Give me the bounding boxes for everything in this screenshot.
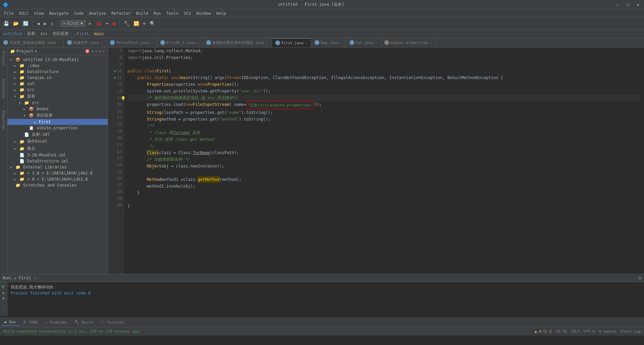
menu-item-tools[interactable]: Tools: [164, 10, 181, 16]
run-gutter-10[interactable]: ▶: [114, 68, 116, 74]
code-editor[interactable]: 789▶10▶111213141516171819202122232425262…: [108, 48, 644, 274]
tree-item-18[interactable]: ▶📁< 1.8 > E:\DATA\JAVA\jdk1.8: [7, 170, 108, 176]
menu-item-analyze[interactable]: Analyze: [86, 10, 109, 16]
tree-item-17[interactable]: ▼📁External Libraries: [7, 164, 108, 170]
close-button[interactable]: ✕: [635, 1, 641, 8]
bottom-tab-3[interactable]: 🔨 Build: [71, 319, 96, 326]
status-encoding[interactable]: UTF-8: [584, 329, 595, 334]
maximize-button[interactable]: ❐: [624, 1, 631, 8]
editor-tab-2[interactable]: ThreadTest.java×: [107, 38, 157, 47]
event-log[interactable]: Event Log: [621, 329, 641, 334]
toolbar-save[interactable]: 💾: [2, 20, 10, 27]
project-panel-icon[interactable]: Project: [1, 49, 6, 68]
menu-item-code[interactable]: Code: [71, 10, 87, 16]
build-button[interactable]: 🔨: [122, 20, 131, 27]
bottom-tab-0[interactable]: ▶ Run: [1, 319, 19, 326]
tree-item-8[interactable]: ▶📦beans: [7, 106, 108, 112]
tree-item-5[interactable]: ▶📁src: [7, 87, 108, 93]
status-line-ending[interactable]: CRLF: [571, 329, 580, 334]
sidebar-close[interactable]: ✕: [103, 49, 105, 54]
coverage-button[interactable]: ☂: [104, 20, 110, 27]
run-settings-icon[interactable]: ⚙: [639, 275, 641, 281]
run-rerun-btn[interactable]: ▶: [2, 283, 5, 289]
menu-item-run[interactable]: Run: [151, 10, 164, 16]
rebuild-button[interactable]: 🔁: [132, 20, 141, 27]
run-button[interactable]: ▶: [87, 19, 93, 27]
nav-chushi[interactable]: 初识反射: [53, 31, 69, 37]
tree-item-4[interactable]: ▶📁out: [7, 81, 108, 87]
editor-tab-4[interactable]: 多线程分配任务时间测试.java×: [203, 38, 272, 47]
nav-main[interactable]: main: [94, 31, 104, 36]
tree-item-19[interactable]: ▶📁< 8 > E:\DATA\JAVA\jdk1.8: [7, 176, 108, 182]
search-button[interactable]: 🔍: [148, 20, 157, 27]
tree-item-13[interactable]: ▶📁操作Excel: [7, 138, 108, 145]
toolbar-forward[interactable]: ▶: [42, 20, 48, 27]
tree-item-0[interactable]: ▼📦untitled [3-20-Moudle1]: [7, 57, 108, 63]
tree-item-12[interactable]: 📄反射.iml: [7, 131, 108, 138]
tab-close-5[interactable]: ×: [306, 41, 308, 45]
nav-untitled[interactable]: untitled: [3, 31, 22, 36]
tab-close-4[interactable]: ×: [266, 41, 268, 45]
editor-tab-8[interactable]: aibute.properties×: [381, 38, 436, 47]
menu-item-edit[interactable]: Edit: [16, 10, 32, 16]
run-scroll-up[interactable]: ▲: [2, 290, 5, 295]
editor-tab-7[interactable]: Cat.java×: [346, 38, 381, 47]
tree-item-15[interactable]: 📄3-20-Moudle1.iml: [7, 152, 108, 158]
menu-item-view[interactable]: View: [32, 10, 47, 16]
sidebar-expand[interactable]: ⇅: [91, 49, 94, 54]
sidebar-dropdown[interactable]: ▼: [35, 49, 37, 54]
menu-item-file[interactable]: File: [1, 10, 16, 16]
tab-close-0[interactable]: ×: [58, 41, 60, 45]
editor-tab-5[interactable]: First.java×: [272, 38, 311, 47]
sidebar-settings[interactable]: ⚙: [99, 49, 101, 54]
bottom-tab-1[interactable]: ☰ TODO: [20, 319, 41, 326]
tree-item-10[interactable]: ☕First: [7, 119, 108, 125]
tab-close-8[interactable]: ×: [430, 41, 432, 45]
toolbar-recent[interactable]: ⌂: [49, 20, 55, 27]
run-panel-close-btn[interactable]: ✕: [34, 276, 37, 280]
tab-close-6[interactable]: ×: [340, 41, 342, 45]
tab-close-7[interactable]: ×: [375, 41, 377, 45]
run-config-selector[interactable]: ▶ First ▼: [60, 20, 86, 27]
menu-item-build[interactable]: Build: [133, 10, 151, 16]
editor-tab-0[interactable]: 卖东西_背包动态规划.java×: [0, 38, 64, 47]
nav-first[interactable]: ☕First: [74, 31, 89, 36]
bottom-tab-2[interactable]: ⚠ Problems: [42, 319, 70, 326]
tab-close-2[interactable]: ×: [151, 41, 153, 45]
menu-item-vcs[interactable]: VCS: [181, 10, 194, 16]
tree-item-11[interactable]: 📋aibute.properties: [7, 125, 108, 131]
editor-tab-1[interactable]: 快速排序.java×: [64, 38, 107, 47]
run-gutter-11[interactable]: ▶: [114, 74, 116, 81]
minimize-button[interactable]: —: [614, 1, 621, 8]
menu-item-help[interactable]: Help: [214, 10, 229, 16]
editor-tab-3[interactable]: FileIO_1.java×: [157, 38, 203, 47]
tree-item-7[interactable]: ▼📁src: [7, 100, 108, 106]
run-scroll-down[interactable]: ▼: [2, 296, 5, 301]
menu-item-navigate[interactable]: Navigate: [47, 10, 71, 16]
tree-item-6[interactable]: ▼📁反射: [7, 93, 108, 100]
tree-item-14[interactable]: ▶📁集合: [7, 145, 108, 152]
sidebar-locate[interactable]: 🎯: [85, 49, 90, 54]
menu-item-refactor[interactable]: Refactor: [109, 10, 133, 16]
bottom-tab-4[interactable]: ⬛ Terminal: [97, 319, 128, 326]
structure-panel-icon[interactable]: Structure: [1, 76, 6, 100]
nav-src[interactable]: src: [40, 31, 48, 36]
editor-tab-6[interactable]: Dog.java×: [311, 38, 346, 47]
toolbar-open[interactable]: 📂: [12, 20, 20, 27]
menu-item-window[interactable]: Window: [194, 10, 213, 16]
code-content[interactable]: import java.lang.reflect.Method;import j…: [124, 48, 644, 274]
tree-item-3[interactable]: ▶📁lanqiao.cn: [7, 75, 108, 81]
tree-item-20[interactable]: 📁Scratches and Consoles: [7, 182, 108, 188]
tree-item-9[interactable]: ▼📦初识反射: [7, 112, 108, 119]
favorites-panel-icon[interactable]: Favorites: [1, 109, 6, 133]
tree-item-2[interactable]: ▶📁DataStructure: [7, 69, 108, 75]
sidebar-collapse[interactable]: ⇆: [95, 49, 97, 54]
toolbar-back[interactable]: ◀: [36, 20, 41, 27]
stop-button[interactable]: ■: [111, 20, 116, 27]
toolbar-sync[interactable]: 🔄: [21, 20, 30, 27]
status-warnings[interactable]: ▲ 4 ⓘ 2: [535, 329, 552, 334]
sdk-button[interactable]: ⚙: [142, 20, 147, 26]
status-indent[interactable]: 4 spaces: [599, 329, 616, 334]
tab-close-1[interactable]: ×: [101, 41, 103, 45]
tree-item-16[interactable]: 📄DataStructure.iml: [7, 158, 108, 164]
